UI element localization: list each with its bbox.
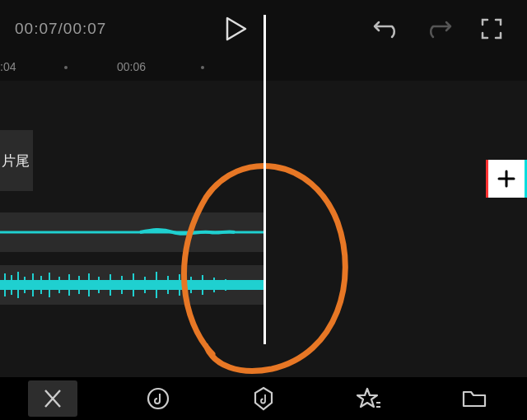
- music-icon: [146, 386, 170, 411]
- ruler-dot: [64, 66, 68, 69]
- cut-icon: [40, 387, 65, 410]
- favorite-icon: [356, 386, 382, 411]
- playhead[interactable]: [264, 15, 266, 344]
- favorite-tab[interactable]: [344, 380, 394, 417]
- ruler-label: 00:06: [117, 60, 146, 73]
- add-clip-button[interactable]: [486, 160, 527, 198]
- plus-icon: [496, 168, 517, 189]
- audio-clip-1[interactable]: [0, 212, 264, 252]
- cut-tab[interactable]: [28, 380, 77, 417]
- redo-icon: [425, 17, 453, 40]
- fullscreen-icon: [480, 17, 503, 40]
- audio-clip-2[interactable]: [0, 265, 264, 305]
- video-clip-label: 片尾: [2, 152, 30, 170]
- music-tab[interactable]: [133, 380, 183, 417]
- ruler-label: :04: [0, 60, 16, 73]
- waveform-1: [0, 212, 264, 252]
- sound-fx-tab[interactable]: [239, 380, 288, 417]
- svg-point-27: [148, 389, 168, 408]
- redo-button[interactable]: [418, 8, 459, 49]
- undo-icon: [372, 17, 400, 40]
- folder-tab[interactable]: [450, 380, 499, 417]
- ruler-dot: [201, 66, 204, 69]
- folder-icon: [461, 387, 487, 410]
- undo-button[interactable]: [366, 8, 407, 49]
- svg-rect-1: [0, 280, 264, 290]
- play-button[interactable]: [216, 8, 257, 49]
- waveform-2: [0, 265, 264, 305]
- playback-time: 00:07/00:07: [15, 20, 106, 38]
- play-icon: [226, 16, 247, 41]
- bottom-toolbar: [0, 377, 527, 420]
- video-clip-end[interactable]: 片尾: [0, 130, 33, 191]
- fullscreen-button[interactable]: [471, 8, 512, 49]
- sound-fx-icon: [251, 385, 276, 412]
